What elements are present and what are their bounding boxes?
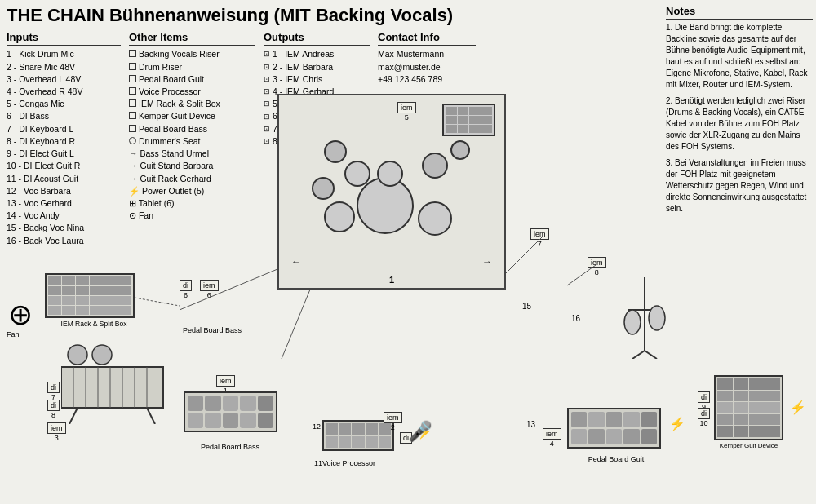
mic-arrow-left: ← bbox=[291, 256, 301, 267]
other-item-checkbox: IEM Rack & Split Box bbox=[129, 98, 255, 110]
svg-line-15 bbox=[147, 408, 155, 424]
other-item-checkbox: Voice Processor bbox=[129, 86, 255, 98]
tom1 bbox=[344, 161, 370, 187]
outputs-heading: Outputs bbox=[264, 31, 370, 46]
other-item-circle: Drummer's Seat bbox=[129, 135, 255, 148]
output-item: ⊡3 - IEM Chris bbox=[264, 73, 370, 86]
inputs-list: 1 - Kick Drum Mic2 - Snare Mic 48V3 - Ov… bbox=[7, 48, 121, 247]
note-paragraph: 1. Die Band bringt die komplette Backlin… bbox=[666, 22, 813, 91]
output-item: ⊡2 - IEM Barbara bbox=[264, 61, 370, 73]
other-item-special: → Guit Stand Barbara bbox=[129, 160, 255, 172]
input-item: 6 - DI Bass bbox=[7, 110, 121, 122]
pedal-guit-equipment bbox=[567, 408, 665, 457]
other-item-checkbox: Pedal Board Guit bbox=[129, 73, 255, 86]
snare-drum bbox=[324, 201, 355, 232]
input-item: 14 - Voc Andy bbox=[7, 210, 121, 222]
di10-badge-area: di 10 bbox=[698, 408, 710, 427]
pedal-board-bass-label: Pedal Board Bass bbox=[181, 443, 279, 451]
contact-name: Max Mustermann bbox=[378, 48, 476, 60]
contact-email: max@muster.de bbox=[378, 61, 476, 73]
input-item: 5 - Congas Mic bbox=[7, 98, 121, 110]
inputs-section: Inputs 1 - Kick Drum Mic2 - Snare Mic 48… bbox=[7, 31, 121, 247]
contact-phone: +49 123 456 789 bbox=[378, 73, 476, 86]
stage-number-1: 1 bbox=[389, 275, 394, 285]
iem-rack-label: IEM Rack & Split Box bbox=[45, 320, 143, 328]
iem3-badge-area: iem 3 bbox=[47, 422, 66, 442]
iem-stage-badge: iem 5 bbox=[397, 102, 416, 122]
other-item-checkbox: Pedal Board Bass bbox=[129, 123, 255, 135]
pedal-bass-equipment bbox=[184, 391, 282, 440]
lightning-guit: ⚡ bbox=[669, 416, 685, 431]
note-paragraph: 3. Bei Veranstaltungen im Freien muss de… bbox=[666, 157, 813, 214]
iem-rack-area: IEM Rack & Split Box bbox=[45, 273, 143, 326]
floor-tom bbox=[418, 201, 452, 236]
cymbal-left bbox=[324, 140, 347, 163]
svg-point-3 bbox=[649, 306, 665, 330]
di8-badge-area: di 8 bbox=[47, 400, 60, 419]
guitar-rack-right bbox=[620, 277, 669, 359]
mixer-unit bbox=[442, 104, 495, 136]
pedal-board-guit-label: Pedal Board Guit bbox=[567, 455, 665, 463]
svg-rect-6 bbox=[61, 367, 163, 408]
input-item: 3 - Overhead L 48V bbox=[7, 73, 121, 86]
di6-badge-area: di 6 bbox=[180, 280, 192, 299]
voice-processor-label: Voice Processor bbox=[322, 459, 375, 467]
iem6-badge-area: iem 6 bbox=[200, 280, 219, 299]
input-item: 10 - DI Elect Guit R bbox=[7, 160, 121, 172]
other-item-special: ⚡ Power Outlet (5) bbox=[129, 185, 255, 197]
other-items-list: Backing Vocals RiserDrum RiserPedal Boar… bbox=[129, 48, 255, 222]
notes-heading: Notes bbox=[666, 5, 813, 20]
input-item: 4 - Overhead R 48V bbox=[7, 86, 121, 98]
num-16: 16 bbox=[571, 314, 580, 323]
kemper-equipment: Kemper Guit Device bbox=[714, 375, 787, 449]
other-item-checkbox: Kemper Guit Device bbox=[129, 110, 255, 122]
input-item: 1 - Kick Drum Mic bbox=[7, 48, 121, 60]
inputs-heading: Inputs bbox=[7, 31, 121, 46]
tom2 bbox=[377, 161, 403, 187]
contact-heading: Contact Info bbox=[378, 31, 476, 46]
num-15: 15 bbox=[522, 302, 531, 311]
stage-box: 1 iem 5 ← → bbox=[277, 94, 506, 290]
input-item: 11 - DI Acoust Guit bbox=[7, 173, 121, 185]
cymbal-small bbox=[450, 140, 470, 160]
input-item: 9 - DI Elect Guit L bbox=[7, 148, 121, 160]
output-item: ⊡1 - IEM Andreas bbox=[264, 48, 370, 60]
input-item: 13 - Voc Gerhard bbox=[7, 197, 121, 210]
notes-section: Notes 1. Die Band bringt die komplette B… bbox=[666, 5, 813, 219]
lightning-kemper: ⚡ bbox=[790, 400, 806, 415]
mic-arrow-right: → bbox=[482, 256, 492, 267]
svg-point-2 bbox=[624, 310, 641, 334]
input-item: 12 - Voc Barbara bbox=[7, 185, 121, 197]
svg-line-14 bbox=[69, 408, 78, 424]
other-item-checkbox: Backing Vocals Riser bbox=[129, 48, 255, 60]
num-13: 13 bbox=[526, 420, 535, 429]
input-item: 15 - Backg Voc Nina bbox=[7, 222, 121, 234]
pedal-board-bass-top-label: Pedal Board Bass bbox=[183, 326, 242, 334]
note-paragraph: 2. Benötigt werden lediglich zwei Riser … bbox=[666, 95, 813, 153]
iem7-area: iem 7 bbox=[530, 228, 549, 248]
fan-label: Fan bbox=[7, 330, 20, 338]
svg-point-16 bbox=[68, 345, 87, 365]
other-items-section: Other Items Backing Vocals RiserDrum Ris… bbox=[129, 31, 255, 247]
notes-content: 1. Die Band bringt die komplette Backlin… bbox=[666, 22, 813, 214]
svg-line-4 bbox=[632, 351, 645, 359]
iem4-badge-area: iem 4 bbox=[543, 428, 561, 448]
kemper-label: Kemper Guit Device bbox=[714, 442, 783, 449]
iem2-badge-area: iem 2 bbox=[384, 412, 402, 431]
cymbal-right bbox=[422, 153, 448, 179]
svg-line-5 bbox=[645, 351, 657, 359]
svg-point-17 bbox=[92, 345, 112, 365]
input-item: 7 - DI Keyboard L bbox=[7, 123, 121, 135]
num-11: 11 bbox=[314, 459, 322, 467]
num-12: 12 bbox=[313, 422, 321, 431]
input-item: 2 - Snare Mic 48V bbox=[7, 61, 121, 73]
other-item-special: ⊙ Fan bbox=[129, 210, 255, 222]
svg-line-19 bbox=[180, 269, 277, 310]
input-item: 16 - Back Voc Laura bbox=[7, 235, 121, 247]
svg-line-22 bbox=[282, 290, 310, 359]
fan-icon: ⊕ bbox=[8, 298, 33, 332]
input-item: 8 - DI Keyboard R bbox=[7, 135, 121, 148]
other-items-heading: Other Items bbox=[129, 31, 255, 46]
other-item-checkbox: Drum Riser bbox=[129, 61, 255, 73]
mic-stand-center: 🎤 bbox=[408, 420, 432, 443]
